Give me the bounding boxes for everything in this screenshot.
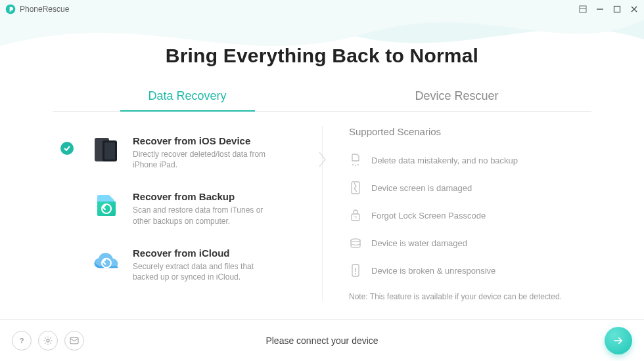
- tab-data-recovery[interactable]: Data Recovery: [53, 83, 322, 111]
- scenario-text: Forgot Lock Screen Passcode: [371, 211, 486, 221]
- ios-device-icon: [92, 135, 121, 164]
- app-logo-wrap: PhoneRescue: [5, 4, 69, 14]
- svg-rect-15: [352, 182, 359, 194]
- content-row: Recover from iOS Device Directly recover…: [53, 126, 591, 301]
- svg-point-13: [355, 165, 356, 166]
- scenario-note: Note: This feature is available if your …: [349, 292, 591, 301]
- scenario-text: Device is water damaged: [371, 238, 467, 248]
- option-recover-ios-device[interactable]: Recover from iOS Device Directly recover…: [53, 126, 306, 182]
- option-desc: Directly recover deleted/lost data from …: [133, 149, 277, 170]
- option-title: Recover from iOS Device: [133, 135, 277, 146]
- main-content: Bring Everything Back to Normal Data Rec…: [0, 18, 644, 301]
- maximize-icon[interactable]: [612, 5, 622, 14]
- icloud-icon: [92, 247, 121, 276]
- unresponsive-device-icon: [349, 263, 362, 278]
- supported-scenarios: Supported Scenarios Delete data mistaken…: [322, 126, 591, 301]
- window-controls: [578, 5, 639, 14]
- water-damage-icon: [349, 236, 362, 250]
- scenario-item: Device is water damaged: [349, 229, 591, 257]
- option-text: Recover from iCloud Securely extract dat…: [133, 247, 277, 282]
- footer-bar: ? Please connect your device: [0, 319, 644, 361]
- backup-file-icon: [92, 191, 121, 220]
- svg-rect-1: [580, 6, 586, 12]
- app-title: PhoneRescue: [20, 5, 69, 14]
- cracked-screen-icon: [349, 180, 362, 195]
- title-bar: PhoneRescue: [0, 0, 644, 18]
- svg-text:?: ?: [354, 215, 357, 220]
- recovery-options: Recover from iOS Device Directly recover…: [53, 126, 322, 301]
- option-desc: Securely extract data and files that bac…: [133, 261, 277, 282]
- compact-mode-icon[interactable]: [578, 5, 587, 14]
- svg-rect-9: [104, 142, 115, 159]
- option-text: Recover from iOS Device Directly recover…: [133, 135, 277, 170]
- tab-device-rescuer[interactable]: Device Rescuer: [322, 83, 591, 111]
- option-title: Recover from iCloud: [133, 247, 277, 259]
- svg-rect-4: [614, 7, 620, 12]
- scenario-text: Device is broken & unresponsive: [371, 266, 495, 276]
- svg-point-18: [351, 239, 360, 242]
- option-title: Recover from Backup: [133, 191, 277, 202]
- close-icon[interactable]: [630, 5, 639, 14]
- mode-tabs: Data Recovery Device Rescuer: [53, 83, 591, 112]
- option-recover-backup[interactable]: Recover from Backup Scan and restore dat…: [53, 182, 306, 238]
- scenario-item: ? Forgot Lock Screen Passcode: [349, 202, 591, 229]
- scenario-text: Delete data mistakenly, and no backup: [371, 156, 518, 165]
- svg-point-14: [357, 164, 359, 165]
- supported-heading: Supported Scenarios: [349, 126, 591, 137]
- delete-data-icon: [349, 153, 362, 167]
- svg-point-21: [355, 273, 356, 274]
- selected-check-icon: [60, 142, 74, 155]
- scenario-item: Device is broken & unresponsive: [349, 257, 591, 284]
- status-text: Please connect your device: [0, 335, 644, 346]
- scenario-text: Device screen is damaged: [371, 183, 472, 193]
- chevron-right-icon: [317, 150, 329, 169]
- app-logo-icon: [5, 4, 16, 14]
- page-title: Bring Everything Back to Normal: [53, 45, 591, 67]
- svg-point-12: [352, 164, 354, 165]
- option-text: Recover from Backup Scan and restore dat…: [133, 191, 277, 226]
- option-recover-icloud[interactable]: Recover from iCloud Securely extract dat…: [53, 238, 306, 294]
- minimize-icon[interactable]: [595, 5, 605, 14]
- scenario-item: Device screen is damaged: [349, 174, 591, 202]
- scenario-item: Delete data mistakenly, and no backup: [349, 146, 591, 174]
- option-desc: Scan and restore data from iTunes or oth…: [133, 205, 277, 226]
- lock-passcode-icon: ?: [349, 208, 362, 223]
